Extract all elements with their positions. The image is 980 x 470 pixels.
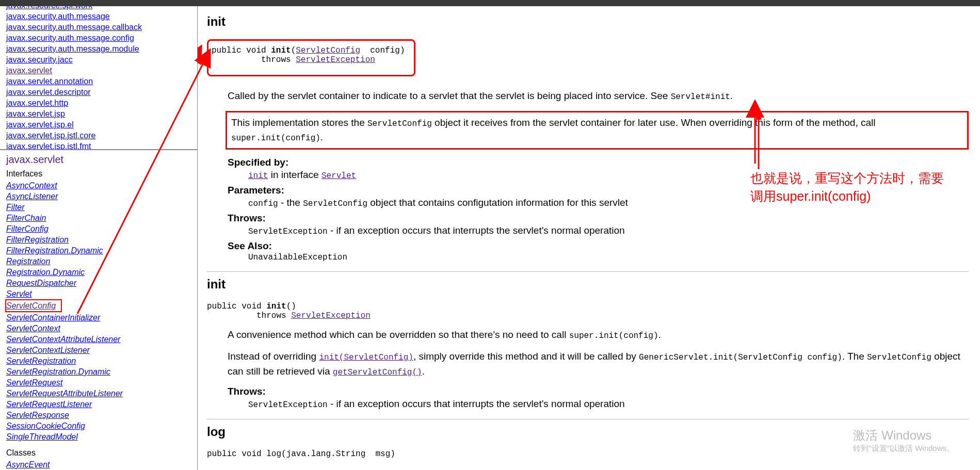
- link-servlet[interactable]: Servlet: [322, 171, 356, 181]
- interface-link[interactable]: SingleThreadModel: [6, 431, 193, 442]
- method-description: Called by the servlet container to indic…: [207, 89, 969, 104]
- interface-link[interactable]: Servlet: [6, 288, 193, 299]
- interface-link[interactable]: FilterConfig: [6, 223, 193, 234]
- sidebar: javax.resource.spi.workjavax.security.au…: [0, 6, 198, 470]
- class-list-pane[interactable]: javax.servlet Interfaces AsyncContextAsy…: [0, 149, 197, 470]
- interfaces-heading: Interfaces: [6, 168, 193, 179]
- highlighted-paragraph: This implementation stores the ServletCo…: [226, 111, 969, 150]
- package-link[interactable]: javax.resource.spi.work: [6, 6, 193, 11]
- seealso-value: UnavailableException: [228, 253, 969, 262]
- package-link[interactable]: javax.security.jacc: [6, 54, 193, 65]
- seealso-label: See Also:: [228, 240, 969, 252]
- package-link[interactable]: javax.servlet.jsp.el: [6, 119, 193, 130]
- divider: [207, 419, 969, 419]
- interface-link[interactable]: Registration: [6, 256, 193, 267]
- package-link[interactable]: javax.servlet.descriptor: [6, 87, 193, 98]
- method-description: A convenience method which can be overri…: [207, 328, 969, 343]
- interface-link[interactable]: AsyncContext: [6, 180, 193, 191]
- method-signature: public void init() throws ServletExcepti…: [207, 302, 969, 320]
- windows-activation-watermark: 激活 Windows 转到"设置"以激活 Windows。: [853, 427, 954, 453]
- interface-link[interactable]: AsyncListener: [6, 191, 193, 202]
- package-link[interactable]: javax.servlet.annotation: [6, 76, 193, 87]
- annotation-text: 也就是说，重写这个方法时，需要 调用super.init(config): [750, 169, 944, 205]
- type-link-servletconfig[interactable]: ServletConfig: [296, 46, 360, 55]
- method-heading-init1: init: [207, 14, 969, 29]
- type-link-servletexception[interactable]: ServletException: [291, 311, 371, 320]
- interface-link[interactable]: ServletRegistration.Dynamic: [6, 366, 193, 377]
- selected-interface-highlight: ServletConfig: [5, 299, 62, 312]
- interface-link[interactable]: ServletRequest: [6, 377, 193, 388]
- link-getservletconfig[interactable]: getServletConfig(): [333, 368, 422, 377]
- throws-row: ServletException - if an exception occur…: [228, 398, 969, 410]
- package-link[interactable]: javax.servlet.jsp.jstl.fmt: [6, 141, 193, 149]
- interface-link[interactable]: Filter: [6, 202, 193, 213]
- signature-box: public void init(ServletConfig config) t…: [207, 39, 415, 76]
- classes-heading: Classes: [6, 447, 193, 458]
- package-link[interactable]: javax.servlet: [6, 65, 193, 76]
- class-link[interactable]: AsyncEvent: [6, 459, 193, 470]
- package-link[interactable]: javax.security.auth.message.callback: [6, 22, 193, 33]
- interface-link[interactable]: ServletRequestListener: [6, 399, 193, 410]
- package-link[interactable]: javax.servlet.jsp: [6, 108, 193, 119]
- link-init[interactable]: init: [248, 171, 268, 181]
- method-heading-init2: init: [207, 277, 969, 291]
- interface-link[interactable]: SessionCookieConfig: [6, 420, 193, 431]
- package-link[interactable]: javax.servlet.http: [6, 98, 193, 108]
- interface-link[interactable]: ServletContext: [6, 323, 193, 334]
- specified-by-label: Specified by:: [228, 157, 969, 168]
- package-link[interactable]: javax.security.auth.message: [6, 11, 193, 22]
- throws-row: ServletException - if an exception occur…: [228, 225, 969, 236]
- package-title: javax.servlet: [6, 154, 193, 165]
- interface-link[interactable]: ServletContainerInitializer: [6, 312, 193, 323]
- package-list-pane[interactable]: javax.resource.spi.workjavax.security.au…: [0, 6, 197, 149]
- divider: [207, 271, 969, 272]
- interface-link[interactable]: ServletConfig: [6, 300, 56, 311]
- interface-link[interactable]: Registration.Dynamic: [6, 267, 193, 278]
- interface-link[interactable]: ServletContextAttributeListener: [6, 334, 193, 345]
- main-content: init public void init(ServletConfig conf…: [198, 6, 980, 470]
- interface-link[interactable]: FilterRegistration: [6, 234, 193, 245]
- interface-link[interactable]: RequestDispatcher: [6, 278, 193, 288]
- interface-link[interactable]: ServletResponse: [6, 410, 193, 420]
- interface-link[interactable]: FilterChain: [6, 213, 193, 223]
- window-titlebar: [0, 0, 980, 6]
- method-description: Instead of overriding init(ServletConfig…: [207, 349, 969, 379]
- method-signature: public void init(ServletConfig config) t…: [212, 46, 405, 64]
- throws-label: Throws:: [228, 213, 969, 224]
- throws-label: Throws:: [228, 386, 969, 397]
- package-link[interactable]: javax.security.auth.message.config: [6, 33, 193, 43]
- interface-link[interactable]: FilterRegistration.Dynamic: [6, 245, 193, 256]
- link-init-servletconfig[interactable]: init(ServletConfig): [319, 353, 413, 362]
- type-link-servletexception[interactable]: ServletException: [296, 55, 375, 64]
- package-link[interactable]: javax.security.auth.message.module: [6, 43, 193, 54]
- interface-link[interactable]: ServletContextListener: [6, 345, 193, 355]
- interface-link[interactable]: ServletRegistration: [6, 355, 193, 366]
- interface-link[interactable]: ServletRequestAttributeListener: [6, 388, 193, 399]
- package-link[interactable]: javax.servlet.jsp.jstl.core: [6, 130, 193, 141]
